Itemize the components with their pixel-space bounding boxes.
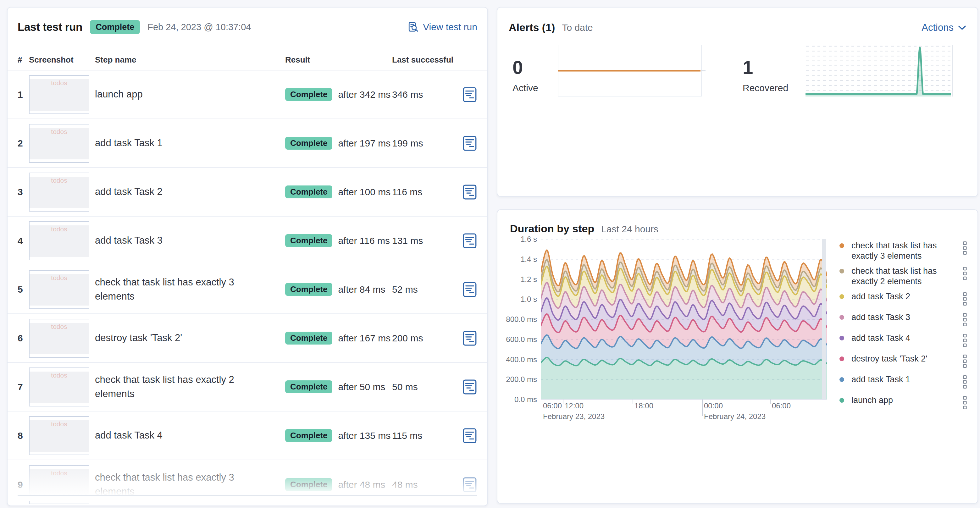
view-step-detail-button[interactable] [462,86,477,103]
result-badge: Complete [285,429,332,442]
view-test-run-link[interactable]: View test run [408,21,477,33]
alerts-recovered-stat: 1 Recovered [743,58,788,94]
x-axis-date-label: February 24, 2023 [704,412,765,421]
x-axis-tick [770,400,771,404]
step-number: 7 [18,382,29,392]
boxes-vertical-icon [963,241,967,255]
legend-series-label: add task Task 4 [851,333,961,343]
y-axis-tick-label: 800.0 ms [506,315,537,324]
step-screenshot-thumbnail[interactable]: todos [29,416,89,455]
legend-item[interactable]: add task Task 1 [840,375,969,391]
thumbnail-app-title: todos [51,420,67,427]
view-step-detail-button[interactable] [462,330,477,347]
view-test-run-label: View test run [423,22,477,32]
last-successful-duration: 346 ms [392,89,461,100]
x-axis-date-tick [702,400,703,416]
duration-by-step-panel: Duration by step Last 24 hours 1.6 s1.4 … [497,210,978,503]
table-row: 3 todos add task Task 2 Complete after 1… [8,168,487,217]
step-screenshot-thumbnail[interactable]: todos [29,173,89,211]
table-row: 7 todos check that task list has exactly… [8,363,487,411]
legend-series-dot [840,294,844,299]
col-header-step-name: Step name [95,55,285,65]
chevron-down-icon [958,25,966,30]
panel-title: Last test run [18,21,83,33]
legend-item[interactable]: add task Task 3 [840,312,969,328]
thumbnail-app-title: todos [51,322,67,330]
legend-actions-menu-button[interactable] [961,266,969,282]
step-detail-icon [462,86,477,103]
view-step-detail-button[interactable] [462,184,477,200]
legend-series-dot [840,243,844,248]
step-detail-icon [462,184,477,200]
recovered-count: 1 [743,58,788,77]
result-duration: after 100 ms [338,187,390,197]
step-screenshot-thumbnail[interactable]: todos [29,221,89,260]
result-badge: Complete [285,478,332,491]
view-step-detail-button[interactable] [462,135,477,152]
boxes-vertical-icon [963,267,967,280]
step-screenshot-thumbnail[interactable]: todos [29,465,89,504]
step-number: 6 [18,333,29,344]
legend-actions-menu-button[interactable] [961,354,969,370]
step-result: Complete after 48 ms [285,478,392,491]
legend-item[interactable]: add task Task 2 [840,291,969,308]
step-screenshot-thumbnail[interactable]: todos [29,270,89,309]
status-badge: Complete [90,20,140,34]
view-step-detail-button[interactable] [462,427,477,444]
step-name: add task Task 4 [95,429,285,443]
table-row: 8 todos add task Task 4 Complete after 1… [8,411,487,460]
x-axis-tick-label: 00:00 [704,402,723,410]
legend-item[interactable]: destroy task 'Task 2' [840,354,969,370]
step-screenshot-thumbnail[interactable]: todos [29,367,89,406]
view-step-detail-button[interactable] [462,232,477,249]
result-badge: Complete [285,380,332,393]
step-screenshot-thumbnail[interactable]: todos [29,75,89,114]
alerts-header: Alerts (1) To date Actions [497,8,977,33]
thumbnail-app-title: todos [51,176,67,184]
y-axis-tick-label: 600.0 ms [506,335,537,344]
legend-actions-menu-button[interactable] [961,333,969,349]
step-name: destroy task 'Task 2' [95,331,285,345]
view-step-detail-button[interactable] [462,378,477,395]
boxes-vertical-icon [963,396,967,410]
view-step-detail-button[interactable] [462,476,477,493]
step-detail-icon [462,330,477,347]
col-header-last-successful: Last successful [392,55,461,65]
view-step-detail-button[interactable] [462,281,477,298]
legend-item[interactable]: check that task list has exactly 3 eleme… [840,240,969,261]
legend-actions-menu-button[interactable] [961,312,969,328]
last-successful-duration: 115 ms [392,430,461,441]
steps-table-body: 1 todos launch app Complete after 342 ms… [8,70,487,508]
step-screenshot-thumbnail[interactable]: todos [29,319,89,358]
col-header-result: Result [285,55,392,65]
legend-series-label: check that task list has exactly 3 eleme… [851,240,961,261]
duration-stacked-area-plot[interactable] [541,239,827,400]
legend-series-dot [840,357,844,361]
result-duration: after 48 ms [338,479,385,490]
col-header-num: # [18,55,29,65]
legend-series-dot [840,398,844,403]
y-axis-tick-label: 1.0 s [521,295,537,304]
legend-item[interactable]: check that task list has exactly 2 eleme… [840,266,969,287]
step-name: check that task list has exactly 2 eleme… [95,373,285,401]
step-screenshot-thumbnail[interactable]: todos [29,124,89,163]
legend-actions-menu-button[interactable] [961,240,969,257]
legend-series-dot [840,377,844,382]
alerts-actions-dropdown[interactable]: Actions [921,22,966,33]
x-axis-tick-label: 18:00 [635,402,653,410]
boxes-vertical-icon [963,292,967,306]
legend-actions-menu-button[interactable] [961,395,969,411]
step-result: Complete after 197 ms [285,137,392,150]
table-row: 4 todos add task Task 3 Complete after 1… [8,217,487,265]
legend-actions-menu-button[interactable] [961,375,969,391]
thumbnail-app-title: todos [51,469,67,476]
boxes-vertical-icon [963,333,967,348]
legend-item[interactable]: add task Task 4 [840,333,969,349]
legend-actions-menu-button[interactable] [961,291,969,308]
step-detail-icon [462,281,477,298]
legend-item[interactable]: launch app [840,395,969,411]
synthetics-monitor-page: Last test run Complete Feb 24, 2023 @ 10… [0,0,980,508]
chart-legend: check that task list has exactly 3 eleme… [840,240,969,411]
thumbnail-app-title: todos [51,225,67,233]
step-number: 4 [18,235,29,246]
